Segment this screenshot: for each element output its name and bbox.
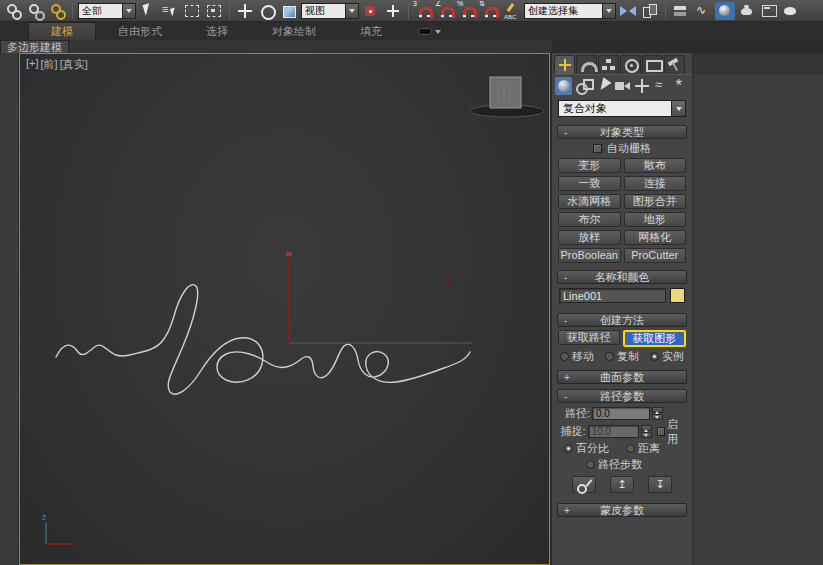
percent-snap-toggle-icon[interactable]: % <box>458 2 478 20</box>
select-and-rotate-icon[interactable] <box>257 2 277 20</box>
ribbon-tab-modeling[interactable]: 建模 <box>28 22 96 40</box>
boolean-button[interactable]: 布尔 <box>558 212 621 227</box>
ribbon-tab-populate[interactable]: 填充 <box>338 22 404 40</box>
create-tab-icon[interactable] <box>554 55 575 74</box>
rollout-creation-method-header[interactable]: - 创建方法 <box>557 313 687 327</box>
rollout-skin-params-header[interactable]: + 蒙皮参数 <box>557 503 687 517</box>
percentage-radio[interactable] <box>564 444 573 453</box>
get-path-button[interactable]: 获取路径 <box>558 330 620 345</box>
named-selection-sets-dropdown[interactable]: 创建选择集 <box>524 3 616 19</box>
procutter-button[interactable]: ProCutter <box>624 248 687 263</box>
main-area: [+] [前] [真实] z x <box>0 53 823 565</box>
angle-snap-toggle-icon[interactable]: ∠ <box>436 2 456 20</box>
distance-radio[interactable] <box>626 444 635 453</box>
connect-button[interactable]: 连接 <box>624 176 687 191</box>
get-shape-button[interactable]: 获取图形 <box>623 330 687 347</box>
helpers-category-icon[interactable] <box>633 77 650 95</box>
rollout-object-type-header[interactable]: - 对象类型 <box>557 125 687 139</box>
copy-radio-group: 复制 <box>605 349 639 364</box>
selection-filter-dropdown[interactable]: 全部 <box>78 3 136 19</box>
blobmesh-button[interactable]: 水滴网格 <box>558 194 621 209</box>
loft-button[interactable]: 放样 <box>558 230 621 245</box>
window-crossing-icon[interactable] <box>204 2 224 20</box>
shapemerge-button[interactable]: 图形合并 <box>624 194 687 209</box>
pick-shape-icon[interactable] <box>572 476 596 493</box>
rollout-path-params-header[interactable]: - 路径参数 <box>557 389 687 403</box>
category-dropdown[interactable]: 复合对象 <box>558 100 686 117</box>
reference-coordinate-dropdown[interactable]: 视图 <box>301 3 359 19</box>
ribbon-minimize-button[interactable] <box>418 22 441 40</box>
rollout-name-color-header[interactable]: - 名称和颜色 <box>557 270 687 284</box>
render-production-icon[interactable] <box>781 2 801 20</box>
ribbon-tab-object-paint[interactable]: 对象绘制 <box>250 22 338 40</box>
conform-button[interactable]: 一致 <box>558 176 621 191</box>
object-name-field[interactable]: Line001 <box>559 288 666 303</box>
move-radio[interactable] <box>560 352 569 361</box>
toolbar-separator <box>665 3 666 19</box>
left-edge-strip <box>0 53 19 565</box>
cameras-category-icon[interactable] <box>613 77 630 95</box>
copy-radio[interactable] <box>605 352 614 361</box>
graph-editors-icon[interactable] <box>693 2 713 20</box>
material-editor-icon[interactable] <box>715 2 735 20</box>
box-object[interactable] <box>490 77 521 108</box>
rect-selection-region-icon[interactable] <box>182 2 202 20</box>
edit-named-selection-sets-icon[interactable] <box>502 2 522 20</box>
path-value-field[interactable]: 0.0 <box>592 407 650 420</box>
path-spinner[interactable] <box>652 407 663 420</box>
unlink-selection-icon[interactable] <box>25 2 45 20</box>
align-icon[interactable] <box>640 2 660 20</box>
snap-spinner[interactable] <box>641 425 652 438</box>
select-and-move-icon[interactable] <box>235 2 255 20</box>
polygon-modeling-panel-tab[interactable]: 多边形建模 <box>0 40 69 53</box>
path-steps-radio[interactable] <box>586 460 595 469</box>
rendered-frame-window-icon[interactable] <box>759 2 779 20</box>
select-and-link-icon[interactable] <box>3 2 23 20</box>
viewport-shading-menu[interactable]: [真实] <box>60 57 88 72</box>
previous-shape-icon[interactable]: ↥ <box>610 476 634 493</box>
viewport-pov-menu[interactable]: [前] <box>41 57 58 72</box>
autogrid-checkbox[interactable] <box>593 144 602 153</box>
shapes-category-icon[interactable] <box>574 77 591 95</box>
utilities-tab-icon[interactable] <box>664 55 685 74</box>
space-warps-category-icon[interactable] <box>652 77 669 95</box>
ribbon-tab-selection[interactable]: 选择 <box>184 22 250 40</box>
hierarchy-tab-icon[interactable] <box>598 55 619 74</box>
instance-radio-group: 实例 <box>650 349 684 364</box>
scatter-button[interactable]: 散布 <box>624 158 687 173</box>
ribbon-tab-freeform[interactable]: 自由形式 <box>96 22 184 40</box>
rollout-surface-params-header[interactable]: + 曲面参数 <box>557 370 687 384</box>
manage-layers-icon[interactable] <box>671 2 691 20</box>
select-object-icon[interactable] <box>138 2 158 20</box>
geometry-category-icon[interactable] <box>555 77 572 95</box>
mirror-icon[interactable] <box>618 2 638 20</box>
snap-enable-checkbox[interactable] <box>657 427 665 436</box>
expand-icon: + <box>564 504 570 517</box>
spinner-snap-toggle-icon[interactable]: ⇅ <box>480 2 500 20</box>
select-and-manipulate-icon[interactable] <box>383 2 403 20</box>
proboolean-button[interactable]: ProBoolean <box>558 248 621 263</box>
viewport-general-menu[interactable]: [+] <box>26 57 39 72</box>
mesher-button[interactable]: 网格化 <box>624 230 687 245</box>
morph-button[interactable]: 变形 <box>558 158 621 173</box>
bind-to-space-warp-icon[interactable] <box>47 2 67 20</box>
select-by-name-icon[interactable] <box>160 2 180 20</box>
3dsmax-window: 全部视图3∠%⇅创建选择集 建模 自由形式 选择 对象绘制 填充 多边形建模 [… <box>0 0 823 565</box>
collapse-icon: - <box>564 271 567 284</box>
lights-category-icon[interactable] <box>594 77 611 95</box>
modify-tab-icon[interactable] <box>576 55 597 74</box>
display-tab-icon[interactable] <box>642 55 663 74</box>
instance-radio[interactable] <box>650 352 659 361</box>
render-setup-icon[interactable] <box>737 2 757 20</box>
motion-tab-icon[interactable] <box>620 55 641 74</box>
next-shape-icon[interactable]: ↧ <box>648 476 672 493</box>
object-color-swatch[interactable] <box>670 288 685 303</box>
love-spline[interactable] <box>56 285 470 395</box>
select-and-scale-icon[interactable] <box>279 2 299 20</box>
terrain-button[interactable]: 地形 <box>624 212 687 227</box>
use-pivot-point-center-icon[interactable] <box>361 2 381 20</box>
snap-toggle-3d-icon[interactable]: 3 <box>414 2 434 20</box>
viewport-front[interactable]: [+] [前] [真实] z x <box>19 53 550 565</box>
systems-category-icon[interactable] <box>672 77 689 95</box>
snap-value-field[interactable]: 10.0 <box>588 425 639 438</box>
